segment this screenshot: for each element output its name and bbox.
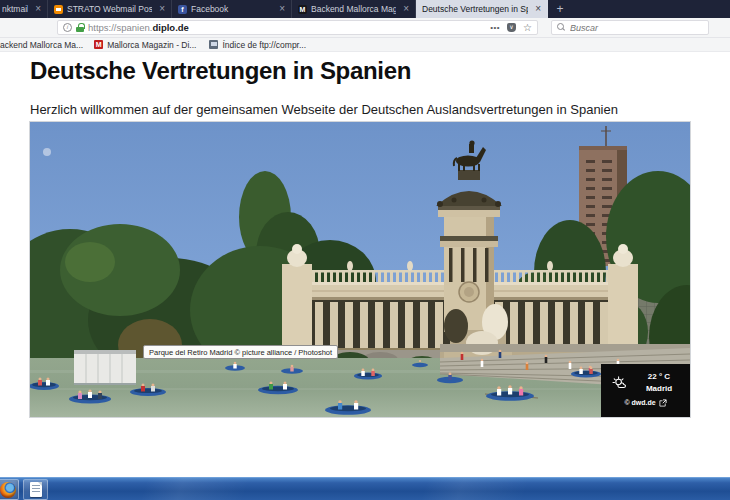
close-icon[interactable]: × [32, 4, 41, 14]
strato-icon [54, 5, 63, 14]
bookmark-backend-mallorca[interactable]: ackend Mallorca Ma... [0, 40, 83, 50]
taskbar-firefox-button[interactable] [0, 479, 19, 500]
bookmark-label: Índice de ftp://compr... [222, 40, 306, 50]
urlbar-actions: ••• ∨ ☆ [490, 23, 532, 33]
close-icon[interactable]: × [400, 4, 409, 14]
tab-facebook[interactable]: f Facebook × [172, 0, 292, 18]
tab-label: nktmailo [2, 4, 28, 14]
tab-nktmailo[interactable]: nktmailo × [0, 0, 48, 18]
bookmark-label: ackend Mallorca Ma... [0, 40, 83, 50]
close-icon[interactable]: × [532, 4, 541, 14]
weather-city: Madrid [636, 383, 682, 395]
search-input[interactable] [570, 23, 703, 33]
close-icon[interactable]: × [276, 4, 285, 14]
hero-scene [30, 122, 690, 417]
bookmarks-bar: ackend Mallorca Ma... M Mallorca Magazin… [0, 38, 730, 52]
browser-window: nktmailo × STRATO Webmail Posteingang × … [0, 0, 730, 500]
mallorca-magazin-icon: M [298, 5, 307, 14]
tab-label: STRATO Webmail Posteingang [67, 4, 152, 14]
weather-top-row: 22 ° C Madrid [601, 371, 690, 396]
url-text: https://spanien.diplo.de [88, 22, 189, 33]
facebook-icon: f [178, 5, 187, 14]
page-actions-icon[interactable]: ••• [490, 23, 500, 32]
page-intro: Herzlich willkommen auf der gemeinsamen … [30, 102, 618, 117]
tab-label: Backend Mallorca Magazin [311, 4, 396, 14]
partly-cloudy-icon [611, 375, 630, 391]
image-caption: Parque del Retiro Madrid © picture allia… [143, 345, 338, 359]
bookmark-mallorca-magazin[interactable]: M Mallorca Magazin - Di... [94, 40, 196, 50]
secure-lock-icon[interactable] [76, 23, 84, 32]
bookmark-star-icon[interactable]: ☆ [523, 23, 532, 33]
taskbar-document-button[interactable] [23, 479, 48, 500]
bookmark-label: Mallorca Magazin - Di... [107, 40, 196, 50]
weather-readout: 22 ° C Madrid [636, 371, 682, 396]
tab-deutsche-vertretungen-active[interactable]: Deutsche Vertretungen in Spanien × [416, 0, 548, 18]
bookmark-ftp-index[interactable]: Índice de ftp://compr... [209, 40, 306, 50]
weather-widget[interactable]: 22 ° C Madrid © dwd.de [601, 364, 690, 417]
site-info-icon[interactable]: i [63, 23, 72, 32]
navigation-bar: i https://spanien.diplo.de ••• ∨ ☆ [0, 18, 730, 38]
new-tab-button[interactable]: + [548, 0, 572, 18]
weather-credit-row[interactable]: © dwd.de [601, 399, 690, 407]
hero-image: Parque del Retiro Madrid © picture allia… [30, 122, 690, 417]
firefox-icon [0, 482, 16, 498]
tab-label: Facebook [191, 4, 272, 14]
page-title: Deutsche Vertretungen in Spanien [30, 57, 411, 85]
document-icon [30, 482, 42, 497]
tab-bar: nktmailo × STRATO Webmail Posteingang × … [0, 0, 730, 18]
mallorca-magazin-icon: M [94, 40, 103, 49]
weather-temperature: 22 ° C [636, 371, 682, 383]
weather-credit: © dwd.de [624, 399, 655, 406]
pocket-icon[interactable]: ∨ [507, 23, 516, 32]
tab-strato-webmail[interactable]: STRATO Webmail Posteingang × [48, 0, 172, 18]
ftp-folder-icon [209, 40, 218, 49]
search-bar[interactable] [551, 20, 709, 35]
close-icon[interactable]: × [156, 4, 165, 14]
tab-backend-mallorca[interactable]: M Backend Mallorca Magazin × [292, 0, 416, 18]
external-link-icon [659, 399, 667, 407]
tab-label: Deutsche Vertretungen in Spanien [422, 4, 528, 14]
taskbar [0, 477, 730, 500]
url-bar[interactable]: i https://spanien.diplo.de ••• ∨ ☆ [57, 20, 538, 35]
search-icon [557, 23, 566, 32]
